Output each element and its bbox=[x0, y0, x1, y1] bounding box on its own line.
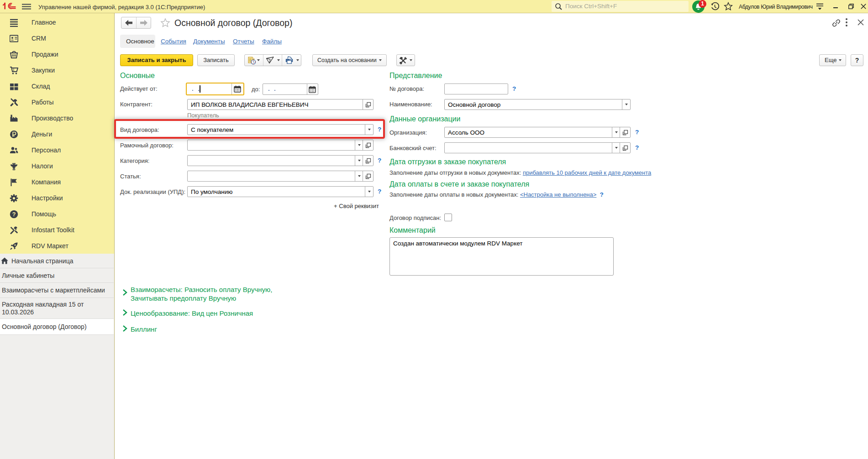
svg-text:?: ? bbox=[12, 211, 16, 218]
